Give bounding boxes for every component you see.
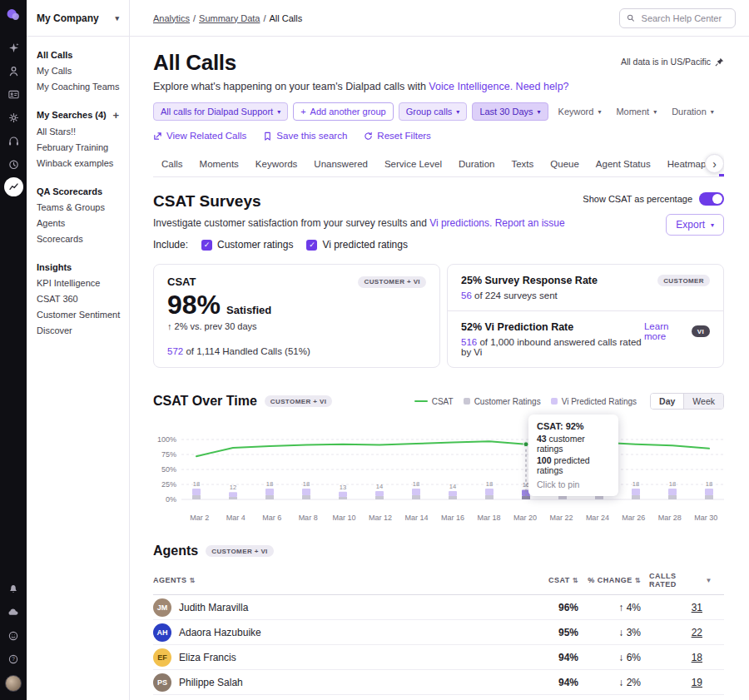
voice-intelligence-link[interactable]: Voice Intelligence. — [429, 81, 513, 92]
sparkles-icon[interactable] — [2, 37, 24, 57]
table-row[interactable]: PSPhilippe Salah 94% ↓ 2% 19 — [153, 670, 724, 695]
sidebar-item-my-calls[interactable]: My Calls — [37, 62, 119, 78]
save-search-link[interactable]: Save this search — [263, 131, 347, 141]
date-range-filter-chip[interactable]: Last 30 Days ▾ — [472, 102, 548, 121]
call-type-filter-chip[interactable]: Group calls ▾ — [399, 102, 468, 121]
sidebar-item-agents[interactable]: Agents — [37, 215, 119, 231]
customer-ratings-bar[interactable] — [265, 495, 274, 499]
surveys-sent-link[interactable]: 56 — [461, 290, 472, 300]
vi-ratings-bar[interactable] — [192, 489, 201, 495]
dialpad-logo-icon[interactable] — [4, 6, 22, 24]
duration-filter-chip[interactable]: Duration ▾ — [667, 102, 719, 121]
add-group-button[interactable]: + Add another group — [293, 102, 394, 121]
table-row[interactable]: JMJudith Maravilla 96% ↑ 4% 31 — [153, 595, 724, 620]
sidebar-item-csat-360[interactable]: CSAT 360 — [37, 290, 119, 306]
customer-ratings-bar[interactable] — [705, 495, 713, 499]
dialpad-ai-cloud-icon[interactable] — [2, 603, 24, 623]
tab-duration[interactable]: Duration — [450, 151, 503, 176]
tab-queue[interactable]: Queue — [542, 151, 588, 176]
vi-ratings-bar[interactable] — [302, 489, 310, 495]
moment-filter-chip[interactable]: Moment ▾ — [611, 102, 662, 121]
workspaces-icon[interactable] — [2, 84, 24, 104]
agent-calls-link[interactable]: 19 — [692, 677, 702, 688]
customer-ratings-bar[interactable] — [668, 495, 677, 499]
support-headset-icon[interactable] — [2, 131, 24, 151]
add-search-button[interactable]: + — [112, 110, 119, 121]
tab-texts[interactable]: Texts — [503, 151, 542, 176]
learn-more-link[interactable]: Learn more — [644, 321, 686, 341]
rated-by-vi-link[interactable]: 516 — [461, 337, 477, 347]
vi-ratings-bar[interactable] — [449, 491, 457, 496]
reset-filters-link[interactable]: Reset Filters — [364, 131, 431, 141]
sidebar-item-customer-sentiment[interactable]: Customer Sentiment — [37, 306, 119, 322]
report-issue-link[interactable]: Report an issue — [495, 217, 565, 229]
customer-ratings-bar[interactable] — [192, 495, 201, 499]
table-row[interactable]: AHAdaora Hazubuike 95% ↓ 3% 22 — [153, 620, 724, 645]
vi-ratings-bar[interactable] — [229, 492, 237, 497]
customer-ratings-bar[interactable] — [632, 495, 640, 499]
header-agents[interactable]: AGENTS⇅ — [153, 576, 512, 584]
vi-ratings-bar[interactable] — [485, 489, 494, 495]
vi-ratings-bar[interactable] — [668, 489, 677, 495]
sidebar-item-winback-examples[interactable]: Winback examples — [37, 155, 119, 171]
agent-calls-link[interactable]: 18 — [692, 652, 702, 663]
sidebar-item-scorecards[interactable]: Scorecards — [37, 231, 119, 246]
period-day-button[interactable]: Day — [651, 394, 684, 409]
header-calls-rated[interactable]: CALLS RATED▼ — [649, 572, 724, 588]
group-filter-chip[interactable]: All calls for Dialpad Support ▾ — [153, 102, 288, 121]
view-related-calls-link[interactable]: View Related Calls — [153, 131, 246, 141]
customer-ratings-bar[interactable] — [449, 496, 457, 499]
help-search-box[interactable] — [619, 8, 736, 28]
customer-ratings-bar[interactable] — [339, 497, 347, 499]
feedback-smiley-icon[interactable] — [2, 626, 24, 646]
agent-calls-link[interactable]: 22 — [692, 627, 702, 638]
sidebar-item-my-coaching-teams[interactable]: My Coaching Teams — [37, 78, 119, 94]
notifications-bell-icon[interactable] — [2, 579, 24, 599]
history-icon[interactable] — [2, 154, 24, 174]
tab-service-level[interactable]: Service Level — [376, 151, 450, 176]
vi-ratings-bar[interactable] — [339, 492, 347, 497]
vi-predictions-link[interactable]: Vi predictions. — [429, 217, 492, 229]
vi-predicted-ratings-checkbox[interactable]: ✓ Vi predicted ratings — [306, 239, 408, 251]
help-search-input[interactable] — [640, 12, 728, 24]
vi-ratings-bar[interactable] — [412, 489, 420, 495]
agent-calls-link[interactable]: 31 — [692, 602, 702, 613]
sidebar-item-kpi-intelligence[interactable]: KPI Intelligence — [37, 275, 119, 290]
sidebar-item-discover[interactable]: Discover — [37, 322, 119, 338]
user-avatar[interactable] — [5, 675, 22, 692]
vi-ratings-bar[interactable] — [705, 489, 713, 495]
sidebar-item-february-training[interactable]: February Training — [37, 139, 119, 155]
handled-calls-link[interactable]: 572 — [167, 346, 183, 356]
customer-ratings-bar[interactable] — [412, 495, 420, 499]
table-row[interactable]: EFEliza Francis 94% ↓ 6% 18 — [153, 645, 724, 670]
csat-percentage-toggle[interactable] — [699, 192, 724, 206]
settings-gear-icon[interactable] — [2, 107, 24, 127]
sidebar-item-teams-groups[interactable]: Teams & Groups — [37, 199, 119, 215]
contacts-icon[interactable] — [2, 61, 24, 81]
breadcrumb-summary-data[interactable]: Summary Data — [199, 13, 260, 23]
keyword-filter-chip[interactable]: Keyword ▾ — [553, 102, 607, 121]
vi-ratings-bar[interactable] — [375, 491, 384, 496]
need-help-link[interactable]: Need help? — [516, 81, 569, 92]
customer-ratings-bar[interactable] — [595, 496, 603, 499]
breadcrumb-analytics[interactable]: Analytics — [153, 13, 190, 23]
tab-calls[interactable]: Calls — [153, 151, 191, 176]
header-change[interactable]: % CHANGE⇅ — [578, 576, 649, 584]
tab-keywords[interactable]: Keywords — [247, 151, 306, 176]
company-selector[interactable]: My Company ▾ — [27, 0, 129, 37]
export-button[interactable]: Export ▾ — [666, 214, 724, 236]
analytics-icon[interactable] — [4, 177, 23, 196]
help-icon[interactable]: ? — [2, 649, 24, 669]
period-week-button[interactable]: Week — [684, 394, 723, 409]
vi-ratings-bar[interactable] — [632, 489, 640, 495]
customer-ratings-checkbox[interactable]: ✓ Customer ratings — [201, 239, 293, 251]
tabs-overflow-button[interactable]: › — [705, 154, 724, 173]
customer-ratings-bar[interactable] — [229, 497, 237, 499]
tab-unanswered[interactable]: Unanswered — [305, 151, 376, 176]
header-csat[interactable]: CSAT⇅ — [512, 576, 578, 584]
sidebar-item-all-stars[interactable]: All Stars!! — [37, 123, 119, 139]
vi-ratings-bar[interactable] — [265, 489, 274, 495]
tab-agent-status[interactable]: Agent Status — [588, 151, 659, 176]
customer-ratings-bar[interactable] — [302, 495, 310, 499]
tab-moments[interactable]: Moments — [191, 151, 247, 176]
